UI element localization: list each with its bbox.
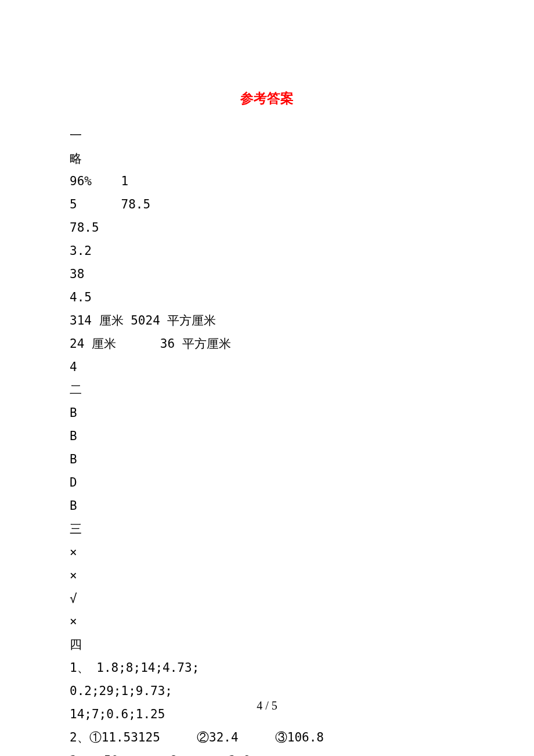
content-line: √ <box>70 588 464 611</box>
content-body: 一略96% 15 78.578.53.2384.5314 厘米 5024 平方厘… <box>70 124 464 756</box>
content-line: 二 <box>70 379 464 402</box>
content-line: × <box>70 564 464 588</box>
document-page: 参考答案 一略96% 15 78.578.53.2384.5314 厘米 502… <box>0 0 534 756</box>
content-line: 一 <box>70 124 464 147</box>
content-line: 三 <box>70 518 464 541</box>
content-line: 96% 1 <box>70 170 464 193</box>
content-line: 1、 1.8;8;14;4.73; <box>70 657 464 680</box>
content-line: 略 <box>70 147 464 171</box>
content-line: 3.2 <box>70 240 464 263</box>
content-line: B <box>70 495 464 518</box>
content-line: 4 <box>70 356 464 379</box>
content-line: B <box>70 425 464 448</box>
content-line: × <box>70 541 464 564</box>
content-line: D <box>70 471 464 495</box>
content-line: B <box>70 402 464 425</box>
content-line: 38 <box>70 263 464 286</box>
content-line: 24 厘米 36 平方厘米 <box>70 333 464 356</box>
content-line: 314 厘米 5024 平方厘米 <box>70 309 464 333</box>
content-line: 78.5 <box>70 217 464 240</box>
content-line: 4.5 <box>70 286 464 309</box>
content-line: 四 <box>70 633 464 657</box>
content-line: × <box>70 610 464 633</box>
content-line: 2、①11.53125 ②32.4 ③106.8 <box>70 726 464 750</box>
page-title: 参考答案 <box>70 86 464 111</box>
content-line: 5 78.5 <box>70 193 464 217</box>
content-line: 3、x=50 x=8 x=3.9 <box>70 750 464 756</box>
page-number: 4 / 5 <box>0 694 534 717</box>
content-line: B <box>70 448 464 471</box>
